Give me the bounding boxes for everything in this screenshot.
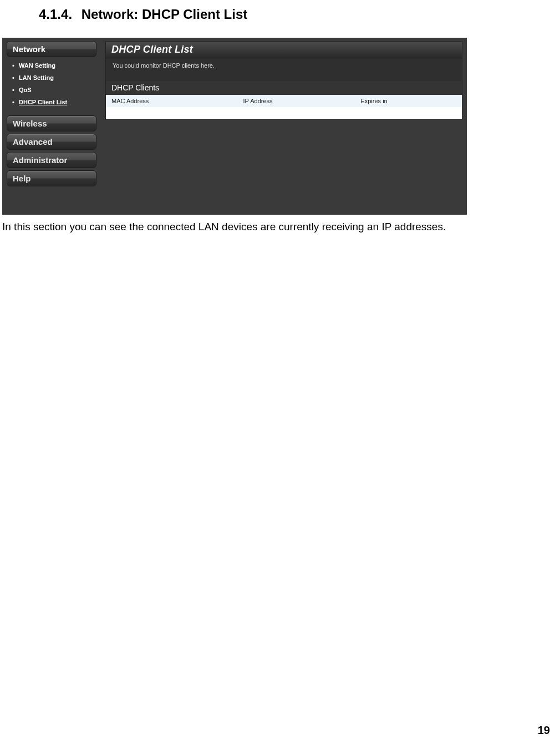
nav-wireless[interactable]: Wireless [7, 115, 96, 131]
column-ip-address: IP Address [238, 95, 355, 107]
table-header-row: MAC Address IP Address Expires in [106, 95, 462, 107]
panel-description: You could monitor DHCP clients here. [106, 58, 462, 80]
sidebar-item-wan-setting[interactable]: WAN Setting [10, 60, 96, 72]
nav-network[interactable]: Network [7, 41, 96, 57]
nav-group-administrator: Administrator [7, 152, 96, 168]
nav-advanced[interactable]: Advanced [7, 134, 96, 150]
dhcp-clients-title: DHCP Clients [106, 80, 462, 95]
section-title: Network: DHCP Client List [82, 7, 248, 22]
nav-group-wireless: Wireless [7, 115, 96, 131]
caption-text: In this section you can see the connecte… [0, 218, 560, 234]
panel-title: DHCP Client List [106, 42, 462, 58]
table-row [106, 107, 462, 119]
column-mac-address: MAC Address [106, 95, 238, 107]
router-ui-screenshot: Network WAN Setting LAN Setting QoS DHCP… [2, 38, 467, 215]
sidebar: Network WAN Setting LAN Setting QoS DHCP… [2, 38, 101, 215]
column-expires-in: Expires in [355, 95, 462, 107]
dhcp-clients-table: MAC Address IP Address Expires in [106, 95, 462, 119]
section-heading: 4.1.4. Network: DHCP Client List [0, 0, 560, 38]
page-number: 19 [538, 724, 550, 737]
nav-group-network: Network WAN Setting LAN Setting QoS DHCP… [7, 41, 96, 113]
nav-group-advanced: Advanced [7, 134, 96, 150]
nav-help[interactable]: Help [7, 170, 96, 186]
content-panel: DHCP Client List You could monitor DHCP … [105, 41, 462, 120]
sidebar-item-dhcp-client-list[interactable]: DHCP Client List [10, 97, 96, 109]
nav-administrator[interactable]: Administrator [7, 152, 96, 168]
section-number: 4.1.4. [39, 7, 78, 22]
sidebar-item-lan-setting[interactable]: LAN Setting [10, 72, 96, 84]
content-area: DHCP Client List You could monitor DHCP … [101, 38, 467, 215]
nav-group-help: Help [7, 170, 96, 186]
sidebar-item-qos[interactable]: QoS [10, 84, 96, 97]
